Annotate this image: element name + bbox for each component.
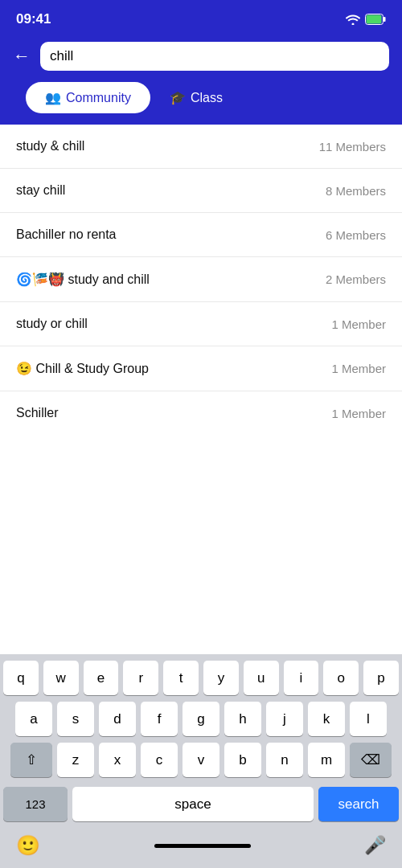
emoji-row: 🙂 🎤 xyxy=(0,828,402,868)
list-item[interactable]: Bachiller no renta6 Members xyxy=(0,213,402,257)
list-item[interactable]: Schiller1 Member xyxy=(0,391,402,430)
key-row-1: q w e r t y u i o p xyxy=(3,661,399,695)
keyboard: q w e r t y u i o p a s d f g h j k l ⇧ … xyxy=(0,654,402,868)
numbers-label: 123 xyxy=(25,797,45,811)
search-label: search xyxy=(338,796,379,813)
key-g[interactable]: g xyxy=(183,702,219,736)
search-row: ← xyxy=(13,42,389,71)
numbers-key[interactable]: 123 xyxy=(3,787,68,821)
item-count: 11 Members xyxy=(319,140,386,154)
space-key[interactable]: space xyxy=(72,787,314,821)
key-d[interactable]: d xyxy=(99,702,136,736)
key-m[interactable]: m xyxy=(308,743,345,777)
key-p[interactable]: p xyxy=(363,661,399,695)
header: ← 👥 Community 🎓 Class xyxy=(0,35,402,125)
item-count: 1 Member xyxy=(331,317,386,331)
svg-rect-1 xyxy=(367,15,382,24)
key-b[interactable]: b xyxy=(224,743,261,777)
key-i[interactable]: i xyxy=(284,661,319,695)
list-item[interactable]: 🌀🎏👹 study and chill2 Members xyxy=(0,257,402,302)
status-time: 09:41 xyxy=(16,11,51,27)
svg-rect-2 xyxy=(384,17,386,22)
list-item[interactable]: 😉 Chill & Study Group1 Member xyxy=(0,346,402,391)
space-label: space xyxy=(174,796,211,813)
key-f[interactable]: f xyxy=(141,702,178,736)
key-z[interactable]: z xyxy=(57,743,94,777)
community-icon: 👥 xyxy=(45,90,61,105)
key-c[interactable]: c xyxy=(141,743,178,777)
item-count: 1 Member xyxy=(331,407,386,420)
item-name: 🌀🎏👹 study and chill xyxy=(16,272,150,287)
list-item[interactable]: stay chill8 Members xyxy=(0,169,402,213)
results-list: study & chill11 Membersstay chill8 Membe… xyxy=(0,125,402,430)
item-name: Bachiller no renta xyxy=(16,227,117,242)
wifi-icon xyxy=(346,14,360,25)
battery-icon xyxy=(365,14,386,25)
list-item[interactable]: study & chill11 Members xyxy=(0,125,402,169)
key-h[interactable]: h xyxy=(224,702,261,736)
item-count: 8 Members xyxy=(326,184,386,198)
key-v[interactable]: v xyxy=(183,743,219,777)
tabs: 👥 Community 🎓 Class xyxy=(13,82,389,125)
key-a[interactable]: a xyxy=(15,702,52,736)
backspace-key[interactable]: ⌫ xyxy=(350,743,392,777)
key-q[interactable]: q xyxy=(3,661,39,695)
key-r[interactable]: r xyxy=(123,661,158,695)
home-indicator xyxy=(154,844,251,848)
tab-class-label: Class xyxy=(191,91,223,105)
search-button[interactable]: search xyxy=(318,787,399,821)
key-y[interactable]: y xyxy=(203,661,239,695)
shift-key[interactable]: ⇧ xyxy=(10,743,52,777)
key-k[interactable]: k xyxy=(308,702,345,736)
tab-community[interactable]: 👥 Community xyxy=(26,82,150,113)
back-button[interactable]: ← xyxy=(13,47,31,65)
key-u[interactable]: u xyxy=(244,661,279,695)
tab-community-label: Community xyxy=(66,91,131,105)
key-x[interactable]: x xyxy=(99,743,136,777)
key-n[interactable]: n xyxy=(266,743,303,777)
key-j[interactable]: j xyxy=(266,702,303,736)
mic-key[interactable]: 🎤 xyxy=(364,835,386,856)
key-t[interactable]: t xyxy=(163,661,199,695)
item-name: stay chill xyxy=(16,183,65,198)
list-item[interactable]: study or chill1 Member xyxy=(0,302,402,346)
item-count: 2 Members xyxy=(326,272,386,286)
item-count: 6 Members xyxy=(326,228,386,242)
item-count: 1 Member xyxy=(331,362,386,375)
key-s[interactable]: s xyxy=(57,702,94,736)
key-l[interactable]: l xyxy=(350,702,387,736)
keyboard-rows: q w e r t y u i o p a s d f g h j k l ⇧ … xyxy=(0,654,402,787)
status-bar: 09:41 xyxy=(0,0,402,35)
key-w[interactable]: w xyxy=(43,661,79,695)
item-name: study & chill xyxy=(16,139,84,154)
class-icon: 🎓 xyxy=(170,90,186,105)
item-name: 😉 Chill & Study Group xyxy=(16,361,149,376)
item-name: study or chill xyxy=(16,317,88,331)
key-row-3: ⇧ z x c v b n m ⌫ xyxy=(3,743,399,777)
key-e[interactable]: e xyxy=(84,661,119,695)
search-input[interactable] xyxy=(40,42,389,71)
bottom-key-row: 123 space search xyxy=(0,787,402,828)
item-name: Schiller xyxy=(16,406,58,420)
tab-class[interactable]: 🎓 Class xyxy=(150,82,242,113)
key-o[interactable]: o xyxy=(323,661,359,695)
status-icons xyxy=(346,14,386,25)
emoji-key[interactable]: 🙂 xyxy=(16,834,40,857)
key-row-2: a s d f g h j k l xyxy=(3,702,399,736)
